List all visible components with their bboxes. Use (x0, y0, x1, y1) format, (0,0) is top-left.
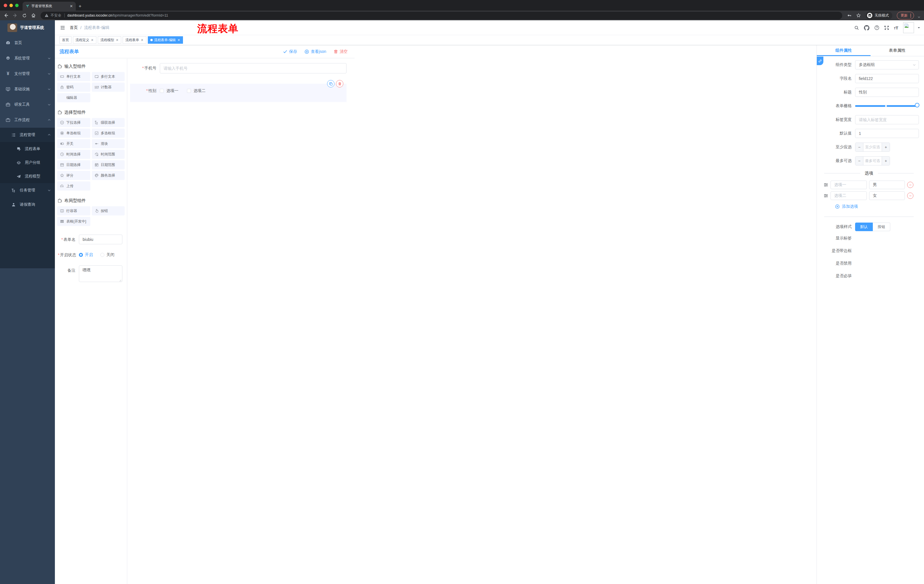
gender-option-2-checkbox[interactable]: 选项二 (187, 88, 206, 94)
monitor-icon (6, 87, 10, 91)
save-button[interactable]: 保存 (283, 49, 297, 54)
form-name-input[interactable] (79, 235, 122, 244)
checkbox-icon (95, 131, 99, 135)
sidebar-item-label: 任务管理 (20, 188, 43, 193)
component-counter[interactable]: 123 计数器 (92, 82, 125, 92)
component-label: 颜色选择 (101, 173, 115, 178)
component-table-dev[interactable]: 表格[开发中] (57, 217, 90, 226)
component-single-line-text[interactable]: 单行文本 (57, 72, 90, 81)
sidebar-item-process-mgmt[interactable]: 流程管理 (0, 128, 55, 142)
page-watermark: 流程表单 (197, 22, 238, 35)
component-label: 上传 (66, 184, 73, 189)
component-radio-group[interactable]: 单选框组 (57, 128, 90, 138)
tag-process-definition[interactable]: 流程定义✕ (73, 36, 96, 44)
save-label: 保存 (289, 49, 297, 54)
check-icon (283, 49, 287, 54)
back-icon[interactable] (2, 12, 10, 19)
sidebar-item-user-group[interactable]: 用户分组 (0, 156, 55, 169)
lock-icon (60, 85, 64, 89)
sidebar-item-devtools[interactable]: 研发工具 (0, 97, 55, 112)
phone-field-input[interactable] (160, 63, 346, 73)
status-radio-on[interactable]: 开启 (79, 252, 93, 257)
component-date-range[interactable]: 日期范围 (92, 160, 125, 169)
tag-home[interactable]: 首页 (59, 36, 71, 44)
window-zoom-button[interactable] (15, 4, 18, 7)
textarea-icon (95, 74, 99, 79)
component-editor[interactable]: 编辑器 (57, 93, 90, 102)
sidebar-item-label: 研发工具 (14, 102, 43, 107)
sidebar-logo[interactable]: 芋道管理系统 (0, 20, 55, 35)
browser-tab-title: 芋道管理系统 (31, 4, 67, 8)
sidebar-item-infra[interactable]: 基础设施 (0, 81, 55, 97)
url-bar[interactable]: 不安全 dashboard.yudao.iocoder.cn/bpm/manag… (41, 12, 462, 20)
section-input-components: 输入型组件 (58, 64, 125, 69)
tag-process-form[interactable]: 流程表单✕ (123, 36, 146, 44)
clock-range-icon (95, 152, 99, 156)
component-select[interactable]: 下拉选择 (57, 118, 90, 127)
sidebar: 芋道管理系统 首页 系统管理 ¥ 支付管理 基础设施 研发工具 工作流程 流程管… (0, 20, 55, 292)
resize-handle-icon[interactable] (119, 280, 122, 282)
tag-process-form-edit[interactable]: 流程表单-编辑✕ (148, 36, 183, 44)
component-password[interactable]: 密码 (57, 82, 90, 92)
hamburger-collapse-icon[interactable] (60, 25, 65, 30)
view-json-button[interactable]: 查看json (304, 49, 326, 54)
duplicate-component-button[interactable] (327, 80, 335, 87)
forward-icon[interactable] (12, 12, 19, 19)
calendar-icon (60, 163, 64, 167)
window-minimize-button[interactable] (10, 4, 13, 7)
breadcrumb-home[interactable]: 首页 (70, 25, 78, 30)
window-controls (0, 0, 23, 11)
tag-close-icon[interactable]: ✕ (177, 38, 180, 42)
new-tab-button[interactable]: + (79, 3, 81, 9)
required-asterisk: * (146, 88, 148, 93)
component-switch[interactable]: 开关 (57, 139, 90, 148)
sidebar-item-label: 流程模型 (25, 174, 51, 179)
form-meta: *表单名 *开启状态 开启 关闭 备注 嘿嘿 (57, 235, 125, 283)
sidebar-item-system[interactable]: 系统管理 (0, 51, 55, 66)
robot-face-icon (16, 161, 21, 165)
gender-option-1-checkbox[interactable]: 选项一 (160, 88, 178, 94)
component-time-picker[interactable]: 时间选择 (57, 150, 90, 159)
component-label: 单选框组 (66, 131, 81, 136)
sidebar-item-payment[interactable]: ¥ 支付管理 (0, 66, 55, 81)
sidebar-item-leave-query[interactable]: 请假查询 (0, 197, 55, 212)
chevron-down-icon (48, 87, 51, 91)
status-radio-off[interactable]: 关闭 (101, 252, 114, 257)
sidebar-item-workflow[interactable]: 工作流程 (0, 112, 55, 128)
component-multi-line-text[interactable]: 多行文本 (92, 72, 125, 81)
browser-tab[interactable]: 芋道管理系统 ✕ (23, 2, 76, 11)
component-checkbox-group[interactable]: 多选框组 (92, 128, 125, 138)
component-upload[interactable]: 上传 (57, 181, 90, 191)
component-cascader[interactable]: 级联选择 (92, 118, 125, 127)
window-close-button[interactable] (4, 4, 7, 7)
component-button[interactable]: 按钮 (92, 206, 125, 216)
app-title: 芋道管理系统 (20, 25, 44, 30)
sidebar-item-process-form[interactable]: 流程表单 (0, 142, 55, 156)
component-slider[interactable]: 滑块 (92, 139, 125, 148)
component-rate[interactable]: 评分 (57, 171, 90, 180)
component-date-picker[interactable]: 日期选择 (57, 160, 90, 169)
form-remark-textarea[interactable]: 嘿嘿 (79, 265, 122, 282)
component-time-range[interactable]: 时间范围 (92, 150, 125, 159)
sidebar-item-process-model[interactable]: 流程模型 (0, 169, 55, 183)
paper-plane-icon (16, 174, 21, 179)
tag-close-icon[interactable]: ✕ (91, 38, 94, 42)
sidebar-item-task-mgmt[interactable]: 任务管理 (0, 183, 55, 197)
component-row-container[interactable]: 行容器 (57, 206, 90, 216)
canvas-field-phone[interactable]: *手机号 (130, 63, 346, 73)
radio-dot (79, 253, 83, 257)
tab-close-icon[interactable]: ✕ (69, 4, 73, 8)
home-icon[interactable] (30, 12, 37, 19)
active-tag-dot (150, 39, 153, 41)
tag-close-icon[interactable]: ✕ (116, 38, 119, 42)
tree-list-icon (12, 133, 16, 137)
delete-component-button[interactable] (336, 80, 343, 87)
reload-icon[interactable] (21, 12, 28, 19)
form-canvas[interactable]: *手机号 *性别 选项一 选项二 (127, 59, 355, 292)
sidebar-item-home[interactable]: 首页 (0, 35, 55, 51)
clear-button[interactable]: 清空 (333, 49, 348, 54)
component-color-picker[interactable]: 颜色选择 (92, 171, 125, 180)
canvas-field-gender-selected[interactable]: *性别 选项一 选项二 (130, 84, 346, 102)
tag-close-icon[interactable]: ✕ (140, 38, 144, 42)
tag-process-model[interactable]: 流程模型✕ (98, 36, 121, 44)
